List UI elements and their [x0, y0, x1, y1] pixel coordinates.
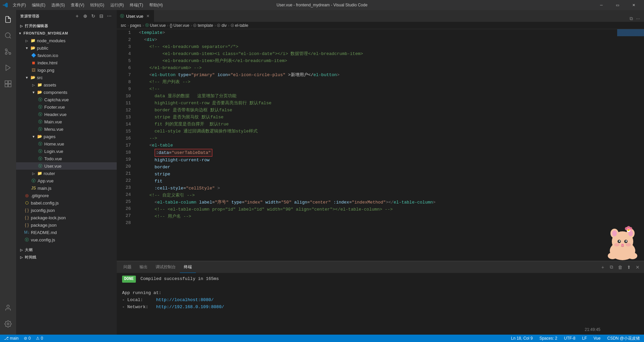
- folder-open-icon: 📂: [37, 134, 42, 139]
- breadcrumb-el-table[interactable]: ⦾ el-table: [231, 23, 248, 28]
- tree-item-components[interactable]: ▼ 📂 components: [16, 89, 117, 96]
- terminal-content[interactable]: DONE Compiled successfully in 165ms App …: [117, 273, 644, 335]
- timeline-section[interactable]: ▷ 时间线: [16, 253, 117, 261]
- tree-item-logo[interactable]: 🖼 logo.png: [16, 66, 117, 74]
- menu-edit[interactable]: 编辑(E): [29, 2, 48, 9]
- tree-item-readme[interactable]: M↓ README.md: [16, 229, 117, 236]
- kill-terminal-button[interactable]: 🗑: [616, 264, 624, 271]
- tree-item-router[interactable]: ▷ 📁 router: [16, 170, 117, 177]
- tree-item-src[interactable]: ▼ 📂 src: [16, 74, 117, 81]
- tree-item-footer[interactable]: Ⓥ Footer.vue: [16, 103, 117, 111]
- tree-item-header[interactable]: Ⓥ Header.vue: [16, 111, 117, 118]
- collapse-button[interactable]: ⊟: [98, 13, 105, 19]
- local-url-link[interactable]: http://localhost:8080/: [156, 297, 214, 302]
- status-encoding[interactable]: UTF-8: [563, 335, 577, 342]
- breadcrumb-file[interactable]: Ⓥ User.vue: [145, 23, 166, 28]
- status-errors[interactable]: ⊘ 0: [22, 335, 32, 342]
- restore-button[interactable]: ▭: [610, 0, 625, 10]
- tree-item-favicon[interactable]: 🔷 favicon.ico: [16, 52, 117, 59]
- tree-item-jsconfig[interactable]: { } jsconfig.json: [16, 207, 117, 214]
- status-git-branch[interactable]: ⎇ main: [3, 335, 20, 342]
- item-label: User.vue: [44, 164, 61, 169]
- tree-item-pages[interactable]: ▼ 📂 pages: [16, 133, 117, 140]
- activity-icon-extensions[interactable]: [0, 76, 16, 92]
- menu-terminal[interactable]: 终端(T): [127, 2, 146, 9]
- menu-view[interactable]: 查看(V): [68, 2, 87, 9]
- panel-tab-debug[interactable]: 调试控制台: [152, 261, 180, 273]
- cursor-position: Ln 18, Col 9: [511, 336, 533, 341]
- status-csdn[interactable]: CSDN @小花皮猪: [606, 335, 641, 342]
- tree-item-public[interactable]: ▼ 📂 public: [16, 44, 117, 52]
- breadcrumb-pages[interactable]: pages: [130, 23, 141, 28]
- status-cursor[interactable]: Ln 18, Col 9: [509, 335, 534, 342]
- tab-close-button[interactable]: ✕: [145, 13, 151, 19]
- minimize-button[interactable]: ─: [594, 0, 609, 10]
- split-terminal-button[interactable]: ⧉: [608, 264, 615, 271]
- status-warnings[interactable]: ⚠ 0: [35, 335, 44, 342]
- main-container: 资源管理器 + ⊕ ↻ ⊟ ··· ▷ 打开的编辑器 ▼ FRONTEND_MY…: [0, 10, 644, 335]
- activity-icon-account[interactable]: [0, 300, 16, 316]
- breadcrumb-src[interactable]: src: [121, 23, 126, 28]
- status-eol[interactable]: LF: [581, 335, 588, 342]
- panel-tab-terminal[interactable]: 终端: [180, 261, 196, 273]
- tree-item-babel[interactable]: ⬡ babel.config.js: [16, 199, 117, 207]
- status-language[interactable]: Vue: [592, 335, 602, 342]
- editor-wrapper: 1234567891011121314151617181920212223242…: [117, 29, 644, 335]
- new-folder-button[interactable]: ⊕: [82, 13, 89, 19]
- tree-item-captcha[interactable]: Ⓥ Captcha.vue: [16, 96, 117, 103]
- png-file-icon: 🖼: [31, 67, 36, 73]
- activity-icon-debug[interactable]: [0, 60, 16, 76]
- network-url-link[interactable]: http://192.168.0.109:8080/: [156, 304, 224, 309]
- tree-item-login[interactable]: Ⓥ Login.vue: [16, 148, 117, 155]
- vue-file-icon: Ⓥ: [38, 126, 43, 132]
- panel-tab-problems[interactable]: 问题: [119, 261, 136, 273]
- panel-tab-output[interactable]: 输出: [136, 261, 152, 273]
- tree-item-app-vue[interactable]: Ⓥ App.vue: [16, 177, 117, 184]
- activity-icon-search[interactable]: [0, 27, 16, 44]
- tree-item-assets[interactable]: ▷ 📁 assets: [16, 81, 117, 89]
- new-terminal-button[interactable]: +: [599, 264, 606, 271]
- tree-item-vue-config[interactable]: Ⓥ vue.config.js: [16, 236, 117, 243]
- menu-run[interactable]: 运行(R): [108, 2, 127, 9]
- tab-user-vue[interactable]: Ⓥ User.vue ✕: [117, 10, 154, 22]
- tree-item-todo[interactable]: Ⓥ Todo.vue: [16, 155, 117, 162]
- close-button[interactable]: ✕: [626, 0, 641, 10]
- status-spaces[interactable]: Spaces: 2: [538, 335, 558, 342]
- tree-item-gitignore[interactable]: ◎ .gitignore: [16, 192, 117, 199]
- maximize-panel-button[interactable]: ⬆: [625, 264, 633, 271]
- item-label: pages: [44, 134, 55, 139]
- menu-select[interactable]: 选择(S): [49, 2, 67, 9]
- activity-icon-git[interactable]: [0, 44, 16, 60]
- json-file-icon: { }: [24, 215, 30, 220]
- tree-item-main-js[interactable]: JS main.js: [16, 184, 117, 192]
- breadcrumb-div[interactable]: ⦾ div: [217, 23, 226, 28]
- menu-help[interactable]: 帮助(H): [147, 2, 166, 9]
- close-panel-button[interactable]: ✕: [634, 264, 641, 271]
- item-label: Login.vue: [44, 149, 63, 154]
- tree-item-index-html[interactable]: ◼ index.html: [16, 59, 117, 66]
- root-header[interactable]: ▼ FRONTEND_MYDREAM: [16, 30, 117, 37]
- open-editors-header[interactable]: ▷ 打开的编辑器: [16, 22, 117, 30]
- breadcrumb-template[interactable]: ⦾ template: [193, 23, 213, 28]
- more-actions-button[interactable]: ···: [106, 13, 113, 19]
- chevron-icon: ▷: [31, 82, 36, 88]
- tree-item-node-modules[interactable]: ▷ 📁 node_modules: [16, 37, 117, 44]
- activity-icon-files[interactable]: [0, 11, 16, 27]
- tree-item-main-vue[interactable]: Ⓥ Main.vue: [16, 118, 117, 125]
- split-editor-button[interactable]: ⧉: [628, 15, 635, 22]
- activity-icon-settings[interactable]: [0, 316, 16, 332]
- menu-file[interactable]: 文件(F): [10, 2, 29, 9]
- tree-item-package[interactable]: { } package.json: [16, 221, 117, 229]
- menu-goto[interactable]: 转到(G): [88, 2, 107, 9]
- breadcrumb-scope[interactable]: {} User.vue: [170, 23, 189, 28]
- new-file-button[interactable]: +: [74, 13, 80, 19]
- outline-section[interactable]: ▷ 大纲: [16, 246, 117, 253]
- refresh-button[interactable]: ↻: [90, 13, 97, 19]
- more-editor-actions[interactable]: ···: [635, 15, 641, 22]
- tree-item-menu[interactable]: Ⓥ Menu.vue: [16, 125, 117, 133]
- tree-item-user[interactable]: Ⓥ User.vue: [16, 162, 117, 170]
- code-editor[interactable]: <template> <div> <!-- <el-breadcrumb sep…: [133, 29, 617, 261]
- svg-rect-8: [5, 84, 8, 87]
- tree-item-home[interactable]: Ⓥ Home.vue: [16, 140, 117, 148]
- tree-item-package-lock[interactable]: { } package-lock.json: [16, 214, 117, 221]
